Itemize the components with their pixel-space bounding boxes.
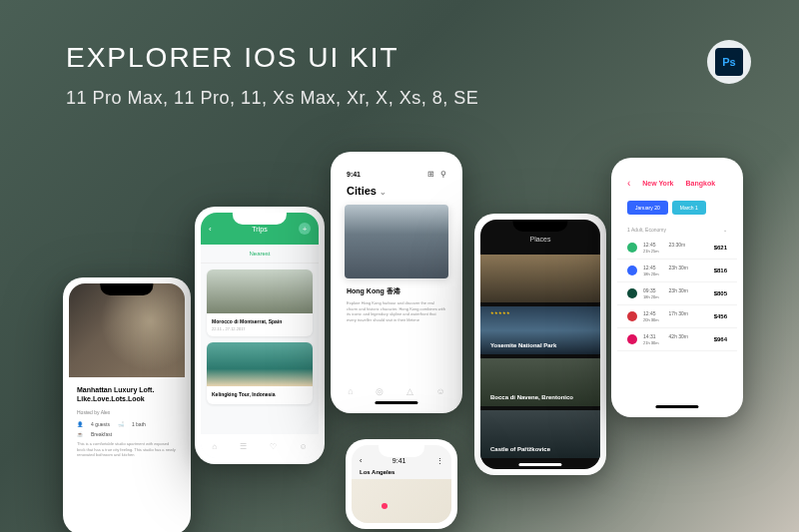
status-time: 9:41 <box>393 457 406 465</box>
nav-icon[interactable]: ♡ <box>270 442 277 451</box>
bottom-nav: ⌂ ◎ △ ☺ <box>337 379 456 403</box>
flight-row[interactable]: 12:4518h 20m23h 30m$816 <box>617 260 737 282</box>
back-icon[interactable]: ‹ <box>209 225 212 234</box>
notch <box>369 158 423 170</box>
home-indicator <box>375 401 417 404</box>
place-row[interactable] <box>480 255 600 302</box>
place-row[interactable]: Castle of Pařížkovice <box>480 410 600 458</box>
notch <box>512 220 567 232</box>
notch <box>649 164 704 176</box>
home-indicator <box>655 405 698 408</box>
flight-price: $805 <box>714 290 727 296</box>
mockup-trips: ‹ Trips + Nearest Morocco di Montserrat,… <box>195 207 325 464</box>
mockup-cities: 9:41 ⊞⚲ Cities ⌄ Hong Kong 香港 Explore Ho… <box>331 152 462 413</box>
flight-row[interactable]: 09:3518h 20m23h 30m$805 <box>617 282 737 305</box>
trip-card[interactable]: Morocco di Montserrat, Spain 22.11 - 27.… <box>207 269 313 336</box>
flight-price: $456 <box>714 313 727 319</box>
breakfast-meta: ☕Breakfast <box>77 431 177 437</box>
status-time: 9:41 <box>347 171 361 178</box>
rating-stars: ★★★★★ <box>490 310 510 315</box>
photoshop-badge: Ps <box>707 40 751 84</box>
breakfast-icon: ☕ <box>77 431 83 437</box>
listing-photo <box>69 283 185 377</box>
city-desc: Explore Hong Kong harbour and discover t… <box>337 300 456 322</box>
listing-meta: 👤4 guests 🛁1 bath <box>77 421 177 427</box>
airline-logo <box>627 266 637 275</box>
cabin-section[interactable]: 1 Adult, Economy⌄ <box>617 219 737 237</box>
dest-city[interactable]: Bangkok <box>686 180 716 187</box>
mockup-map: ‹ 9:41 ⋮ Los Angeles <box>346 439 457 529</box>
mockup-flights: ‹ New York Bangkok January 20 March 1 1 … <box>611 158 743 417</box>
listing-desc: This is a comfortable studio apartment w… <box>77 441 177 458</box>
origin-city[interactable]: New York <box>642 180 673 187</box>
trip-image <box>207 269 313 313</box>
mockup-places: Places ★★★★★Yosemite National Park Bocca… <box>474 214 606 475</box>
flight-price: $964 <box>714 336 727 342</box>
tab-nearest[interactable]: Nearest <box>201 245 319 264</box>
flight-row[interactable]: 12:4520h 30m17h 30m$456 <box>617 305 737 328</box>
place-row[interactable]: Bocca di Navene, Brentonico <box>480 358 600 406</box>
airline-logo <box>627 288 637 298</box>
chevron-down-icon: ⌄ <box>723 227 727 233</box>
nav-icon[interactable]: ☰ <box>240 442 247 451</box>
trip-card[interactable]: Kelingking Tour, Indonesia <box>207 342 313 404</box>
nav-icon[interactable]: △ <box>406 386 413 396</box>
city-name: Hong Kong 香港 <box>337 278 456 300</box>
nav-icon[interactable]: ☺ <box>435 386 444 396</box>
airline-logo <box>627 334 637 344</box>
map-location: Los Angeles <box>352 469 451 475</box>
flight-price: $816 <box>714 267 727 273</box>
add-button[interactable]: + <box>299 223 311 235</box>
trip-image <box>207 342 313 386</box>
map-view[interactable] <box>352 479 451 523</box>
date-chip[interactable]: January 20 <box>627 201 668 215</box>
listing-title: Manhattan Luxury Loft. Like.Love.Lots.Lo… <box>77 385 177 403</box>
device-list: 11 Pro Max, 11 Pro, 11, Xs Max, Xr, X, X… <box>66 88 478 109</box>
city-hero-image[interactable] <box>345 205 448 278</box>
back-icon[interactable]: ‹ <box>360 457 362 465</box>
airline-logo <box>627 311 637 321</box>
search-icon[interactable]: ⚲ <box>440 170 446 179</box>
nav-icon[interactable]: ☺ <box>299 442 307 451</box>
notch <box>233 213 287 225</box>
place-row[interactable]: ★★★★★Yosemite National Park <box>480 306 600 354</box>
product-title: EXPLORER IOS UI KIT <box>66 42 400 74</box>
cities-title[interactable]: Cities ⌄ <box>337 185 456 205</box>
photoshop-icon: Ps <box>715 48 743 76</box>
map-pin-icon <box>382 503 388 509</box>
notch <box>379 445 424 457</box>
date-chip[interactable]: March 1 <box>672 201 706 215</box>
flight-price: $621 <box>714 245 727 251</box>
grid-icon[interactable]: ⊞ <box>427 170 434 179</box>
guests-icon: 👤 <box>77 421 83 427</box>
menu-icon[interactable]: ⋮ <box>436 457 443 465</box>
flight-row[interactable]: 14:3121h 30m42h 30m$964 <box>617 328 737 351</box>
chevron-down-icon: ⌄ <box>380 188 387 197</box>
notch <box>100 283 153 295</box>
bottom-nav: ⌂ ☰ ♡ ☺ <box>201 434 319 458</box>
airline-logo <box>627 243 637 253</box>
home-indicator <box>518 463 561 466</box>
bath-icon: 🛁 <box>118 421 124 427</box>
nav-icon[interactable]: ⌂ <box>348 386 353 396</box>
back-icon[interactable]: ‹ <box>627 178 630 189</box>
host-label: Hosted by Alex <box>77 409 177 415</box>
mockup-listing: Manhattan Luxury Loft. Like.Love.Lots.Lo… <box>63 277 191 532</box>
nav-icon[interactable]: ⌂ <box>212 442 217 451</box>
flight-row[interactable]: 12:4521h 25m23:30m$621 <box>617 237 737 260</box>
nav-icon[interactable]: ◎ <box>376 386 384 396</box>
